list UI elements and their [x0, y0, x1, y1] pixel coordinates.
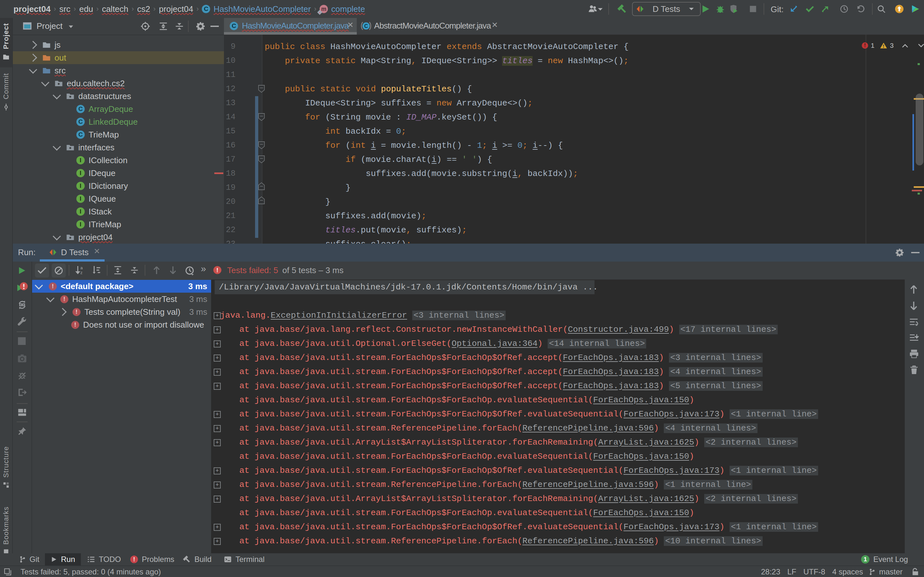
svg-text:C: C [364, 23, 368, 29]
svg-text:z: z [81, 270, 83, 275]
svg-text:a: a [81, 266, 83, 270]
